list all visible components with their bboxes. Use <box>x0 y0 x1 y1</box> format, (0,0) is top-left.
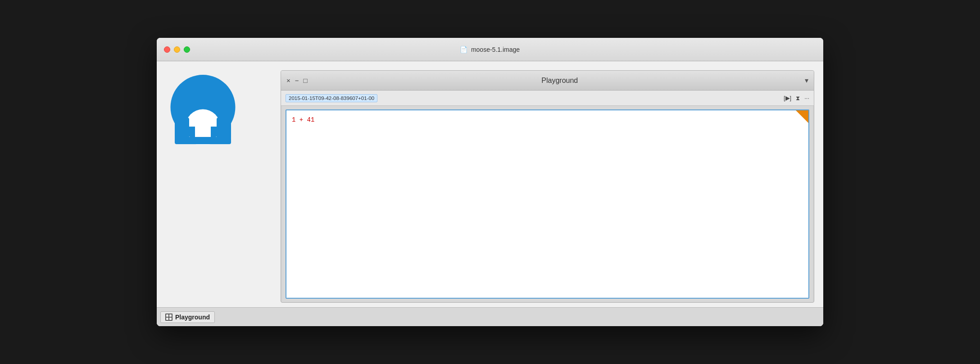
svg-rect-1 <box>175 118 189 139</box>
taskbar: Playground <box>157 307 823 326</box>
code-editor[interactable]: 1 + 41 <box>286 109 809 299</box>
taskbar-playground-label: Playground <box>175 314 210 321</box>
playground-title: Playground <box>315 77 805 85</box>
taskbar-playground-item[interactable]: Playground <box>160 311 215 323</box>
playground-maximize-btn[interactable]: □ <box>304 77 308 84</box>
svg-rect-4 <box>175 137 231 144</box>
svg-rect-2 <box>217 118 231 139</box>
title-bar: 📄 moose-5.1.image <box>157 38 823 61</box>
maximize-button[interactable] <box>184 46 190 53</box>
corner-decoration <box>796 110 808 123</box>
mac-window: 📄 moose-5.1.image <box>157 38 823 326</box>
window-title-group: 📄 moose-5.1.image <box>460 46 520 54</box>
window-content: × − □ Playground ▾ 2015-01-15T09-42-08-8… <box>157 61 823 326</box>
code-content[interactable]: 1 + 41 <box>292 116 314 123</box>
playground-window: × − □ Playground ▾ 2015-01-15T09-42-08-8… <box>281 70 814 303</box>
svg-rect-7 <box>166 318 168 320</box>
logo-container <box>166 75 240 149</box>
sidebar <box>157 61 276 307</box>
playground-dropdown-btn[interactable]: ▾ <box>805 76 808 85</box>
playground-close-btn[interactable]: × <box>286 77 290 84</box>
moose-logo <box>166 75 240 149</box>
more-options-button[interactable]: ··· <box>804 95 809 101</box>
traffic-lights <box>164 46 190 53</box>
svg-rect-8 <box>169 318 172 320</box>
document-icon: 📄 <box>460 46 467 54</box>
toolbar-actions: [▶] ⧗ ··· <box>784 95 809 102</box>
main-area: × − □ Playground ▾ 2015-01-15T09-42-08-8… <box>157 61 823 307</box>
taskbar-playground-icon <box>165 314 172 321</box>
close-button[interactable] <box>164 46 170 53</box>
run-button[interactable]: [▶] <box>784 95 791 101</box>
minimize-button[interactable] <box>174 46 180 53</box>
svg-rect-6 <box>169 314 172 317</box>
profile-button[interactable]: ⧗ <box>796 95 800 102</box>
playground-window-controls: × − □ <box>286 77 308 84</box>
window-title: moose-5.1.image <box>471 46 520 53</box>
content-panel: × − □ Playground ▾ 2015-01-15T09-42-08-8… <box>276 61 823 307</box>
svg-rect-5 <box>166 314 168 317</box>
playground-minimize-btn[interactable]: − <box>295 77 299 84</box>
playground-titlebar: × − □ Playground ▾ <box>281 71 814 91</box>
playground-tab[interactable]: 2015-01-15T09-42-08-839607+01-00 <box>286 94 377 102</box>
playground-toolbar: 2015-01-15T09-42-08-839607+01-00 [▶] ⧗ ·… <box>281 91 814 106</box>
